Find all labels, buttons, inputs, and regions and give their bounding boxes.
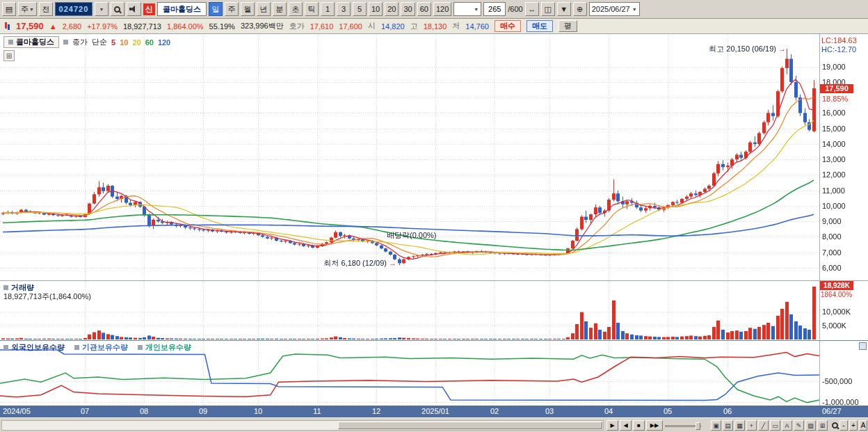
avg-price-button[interactable]: 평 [558, 20, 577, 32]
interval-30-button[interactable]: 30 [401, 2, 415, 16]
high-price: 18,130 [424, 22, 447, 31]
ma120-label: 120 [158, 38, 170, 47]
interval-1-button[interactable]: 1 [321, 2, 335, 16]
step-back-button[interactable]: ◀ [620, 420, 632, 431]
ma20-label: 20 [132, 38, 140, 47]
trendline-icon[interactable]: ╱ [758, 420, 769, 431]
interval-5-button[interactable]: 5 [353, 2, 367, 16]
compare-icon[interactable]: ↔ [525, 2, 539, 16]
save-icon[interactable]: ▼ [557, 2, 571, 16]
interval-60-button[interactable]: 60 [417, 2, 431, 16]
ownership-legend: 외국인보유수량 기관보유수량 개인보유수량 [3, 342, 191, 353]
x-axis-month-label: 02 [490, 407, 499, 415]
arrow-right-icon: → [778, 45, 786, 53]
volume-axis-label: 10,000K [822, 307, 851, 316]
interval-20-button[interactable]: 20 [385, 2, 399, 16]
interval-10-button[interactable]: 10 [369, 2, 383, 16]
trade-value: 323,996백만 [241, 21, 284, 31]
chart-canvas[interactable] [0, 0, 868, 432]
prev-stock-button[interactable]: 전 [39, 2, 53, 16]
play-button[interactable]: ▶ [606, 420, 618, 431]
open-price: 14,820 [381, 22, 405, 31]
change-percent: +17.97% [87, 22, 118, 31]
x-axis-month-label: 07 [81, 407, 89, 415]
x-axis-month-label: 06 [723, 407, 732, 415]
legend-square-icon [63, 40, 68, 45]
institution-holdings-label: 기관보유수량 [74, 342, 128, 353]
price-axis-label: 9,000 [822, 217, 842, 225]
chevron-down-icon: ▼ [474, 7, 479, 12]
x-axis-month-label: 04 [604, 407, 613, 415]
volume-axis-label: 5,000K [822, 321, 846, 330]
split-chart-icon[interactable]: ◫ [541, 2, 555, 16]
x-axis-month-label: 12 [372, 407, 380, 415]
search-icon [114, 6, 120, 13]
ma5-label: 5 [111, 38, 115, 47]
price-axis-label: 11,000 [822, 186, 845, 195]
price-candle-icon [4, 22, 10, 31]
crosshair-icon[interactable]: + [746, 420, 757, 431]
interval-select[interactable]: ▼ [453, 2, 481, 16]
interval-120-button[interactable]: 120 [433, 2, 451, 16]
high-label: 고 [410, 21, 418, 31]
capture-icon[interactable]: ⊞ [817, 420, 828, 431]
low-annotation: 최저 6,180 (12/09) → [323, 258, 396, 269]
settings-icon[interactable]: ⊕ [573, 2, 587, 16]
period-month-button[interactable]: 월 [241, 2, 255, 16]
zoom-area-icon[interactable]: ▣ [711, 420, 721, 431]
grid-toggle-button[interactable]: ⊞ [3, 50, 15, 61]
bars-count-input[interactable] [483, 2, 506, 16]
multi-chart-icon[interactable]: ▦ [734, 420, 745, 431]
price-axis-label: 12,000 [822, 170, 846, 179]
text-tool-icon[interactable]: A [782, 420, 792, 431]
stock-name-field[interactable]: 콜마홀딩스 [157, 2, 207, 16]
period-second-button[interactable]: 초 [289, 2, 303, 16]
ask-price: 17,610 [310, 22, 334, 31]
scrollbar-thumb[interactable] [338, 422, 602, 429]
code-dropdown-button[interactable]: ▼ [95, 2, 108, 16]
current-price-percent: 18.85% [820, 95, 853, 103]
institution-holdings-text: 기관보유수량 [82, 342, 128, 353]
chart-legend: 콜마홀딩스 종가 단순 5 10 20 60 120 [3, 36, 170, 48]
period-day-button[interactable]: 일 [209, 2, 223, 16]
chart-scrollbar[interactable] [1, 420, 604, 431]
x-axis-month-label: 2024/05 [3, 407, 31, 415]
date-picker[interactable]: 2025/06/27▼ [589, 2, 640, 16]
legend-stock-chip[interactable]: 콜마홀딩스 [3, 36, 59, 48]
period-week-button[interactable]: 주 [225, 2, 239, 16]
speaker-icon [129, 5, 138, 13]
pencil-tool-icon[interactable]: ✎ [794, 420, 804, 431]
zoom-slider[interactable] [665, 425, 701, 427]
eraser-tool-icon[interactable]: ▨ [805, 420, 816, 431]
price-axis-label: 14,000 [822, 140, 846, 148]
zoom-out-button[interactable]: - [839, 420, 848, 431]
low-label: 저 [452, 21, 460, 31]
chevron-down-icon: ▼ [632, 7, 637, 12]
interval-3-button[interactable]: 3 [337, 2, 351, 16]
period-tick-button[interactable]: 틱 [305, 2, 319, 16]
period-year-button[interactable]: 년 [257, 2, 271, 16]
sound-button[interactable] [127, 2, 141, 16]
auto-scale-button[interactable]: A [859, 420, 867, 431]
ownership-pane-button[interactable] [859, 342, 867, 350]
chart-settings-icon[interactable]: ▤ [723, 420, 733, 431]
zoom-slider-thumb[interactable] [696, 422, 700, 430]
zoom-in-button[interactable]: + [849, 420, 858, 431]
buy-button[interactable]: 매수 [495, 20, 521, 32]
chart-type-select[interactable]: 주▼ [18, 2, 37, 16]
search-button[interactable] [111, 2, 124, 16]
ex-dividend-annotation: 배당락(0.00%) [387, 230, 437, 241]
rect-tool-icon[interactable]: ▭ [770, 420, 780, 431]
stop-button[interactable]: ■ [633, 420, 645, 431]
sell-button[interactable]: 매도 [527, 20, 553, 32]
date-value: 2025/06/27 [592, 5, 630, 13]
stock-code-input[interactable] [55, 2, 93, 16]
fast-forward-button[interactable]: ▶▶ [646, 420, 663, 431]
magnifier-icon[interactable] [832, 422, 838, 429]
x-axis-date-label: 06/27 [822, 407, 842, 415]
period-minute-button[interactable]: 분 [273, 2, 287, 16]
chart-window-icon[interactable]: ▤ [2, 2, 16, 16]
price-axis-label: 16,000 [822, 109, 846, 117]
turnover-rate: 55.19% [209, 22, 235, 31]
hc-value: HC:-12.70 [821, 45, 856, 54]
